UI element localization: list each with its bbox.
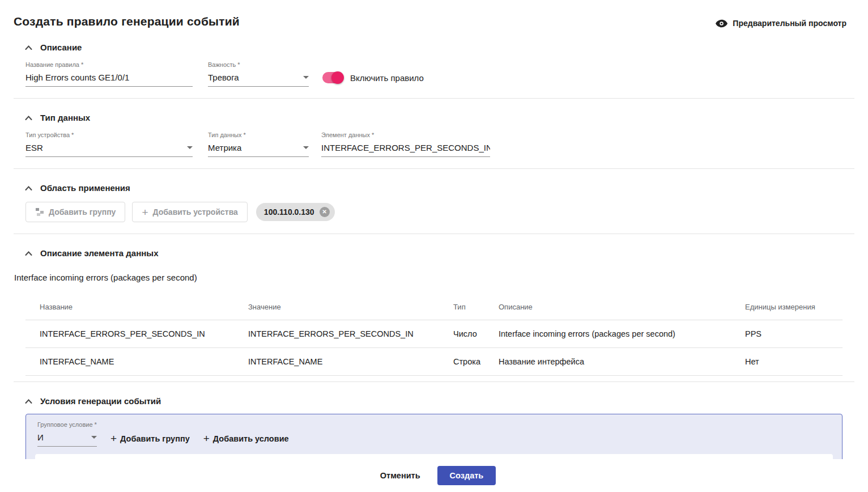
rule-name-field[interactable]: Название правила *: [25, 61, 193, 87]
data-type-fields: Тип устройства * ESR Тип данных * Метрик…: [25, 132, 854, 157]
cell-units: PPS: [745, 320, 843, 348]
col-header-units: Единицы измерения: [745, 295, 843, 320]
section-element-description-header: Описание элемента данных: [25, 234, 854, 258]
group-condition-value: И: [37, 432, 44, 442]
col-header-name: Название: [25, 295, 248, 320]
cancel-button[interactable]: Отменить: [372, 466, 428, 485]
add-condition-group-button[interactable]: + Добавить группу: [110, 433, 190, 447]
data-element-input[interactable]: [321, 143, 490, 157]
chevron-down-icon: [187, 146, 193, 149]
element-summary: Interface incoming errors (packages per …: [14, 273, 854, 282]
table-row: INTERFACE_NAME INTERFACE_NAME Строка Наз…: [25, 348, 843, 376]
chip-close-icon[interactable]: ✕: [320, 207, 330, 217]
scope-controls: Добавить группу + Добавить устройства 10…: [25, 202, 854, 222]
section-element-description: Описание элемента данных Interface incom…: [0, 234, 868, 376]
add-group-label: Добавить группу: [49, 207, 116, 217]
section-conditions-header: Условия генерации событий: [25, 382, 854, 406]
data-element-field[interactable]: Элемент данных *: [321, 132, 490, 157]
cell-name: INTERFACE_NAME: [25, 348, 248, 376]
chevron-down-icon: [91, 436, 97, 439]
add-condition-group-label: Добавить группу: [120, 434, 190, 443]
cell-value: INTERFACE_ERRORS_PER_SECONDS_IN: [248, 320, 453, 348]
col-header-description: Описание: [499, 295, 745, 320]
chevron-down-icon: [303, 146, 309, 149]
cell-units: Нет: [745, 348, 843, 376]
rule-name-input[interactable]: [25, 73, 193, 87]
collapse-icon[interactable]: [25, 251, 32, 256]
data-type-value: Метрика: [208, 143, 241, 152]
data-element-label: Элемент данных *: [321, 132, 490, 138]
topbar: Создать правило генерации событий Предва…: [0, 0, 868, 28]
preview-label: Предварительный просмотр: [733, 19, 846, 28]
data-type-select[interactable]: Тип данных * Метрика: [208, 132, 309, 157]
eye-icon: [716, 19, 727, 28]
page-title: Создать правило генерации событий: [14, 15, 240, 28]
section-description-title: Описание: [40, 43, 82, 52]
cell-type: Число: [453, 320, 499, 348]
chevron-down-icon: [303, 76, 309, 79]
section-data-type: Тип данных Тип устройства * ESR Тип данн…: [0, 99, 868, 157]
section-description-header: Описание: [25, 28, 854, 52]
severity-label: Важность *: [208, 61, 309, 68]
device-chip[interactable]: 100.110.0.130 ✕: [256, 203, 335, 221]
group-condition-select[interactable]: И: [37, 432, 97, 447]
table-header-row: Название Значение Тип Описание Единицы и…: [25, 295, 843, 320]
group-condition-label: Групповое условие *: [37, 421, 833, 428]
cell-description: Interface incoming errors (packages per …: [499, 320, 745, 348]
collapse-icon[interactable]: [25, 186, 32, 190]
section-scope-title: Область применения: [40, 183, 130, 193]
toggle-switch-icon[interactable]: [322, 72, 343, 83]
table-row: INTERFACE_ERRORS_PER_SECONDS_IN INTERFAC…: [25, 320, 843, 348]
footer-actions: Отменить Создать: [0, 459, 868, 492]
create-button[interactable]: Создать: [437, 466, 496, 485]
group-icon: [35, 207, 44, 217]
section-data-type-title: Тип данных: [40, 113, 90, 122]
add-devices-label: Добавить устройства: [153, 207, 238, 217]
section-element-description-title: Описание элемента данных: [40, 248, 158, 258]
section-scope-header: Область применения: [25, 169, 854, 193]
plus-icon: +: [110, 433, 117, 444]
severity-select[interactable]: Важность * Тревога: [208, 61, 309, 87]
data-type-label: Тип данных *: [208, 132, 309, 138]
section-conditions-title: Условия генерации событий: [40, 396, 161, 406]
plus-icon: +: [203, 433, 210, 444]
add-devices-button[interactable]: + Добавить устройства: [132, 202, 247, 222]
preview-button[interactable]: Предварительный просмотр: [716, 15, 846, 28]
device-type-value: ESR: [25, 143, 43, 152]
cell-description: Название интерфейса: [499, 348, 745, 376]
section-data-type-header: Тип данных: [25, 99, 854, 122]
severity-value: Тревога: [208, 73, 239, 82]
collapse-icon[interactable]: [25, 45, 32, 50]
device-chip-label: 100.110.0.130: [264, 207, 314, 217]
enable-rule-toggle[interactable]: Включить правило: [322, 72, 424, 87]
enable-rule-label: Включить правило: [350, 73, 424, 83]
device-type-label: Тип устройства *: [25, 132, 193, 138]
collapse-icon[interactable]: [25, 399, 32, 404]
collapse-icon[interactable]: [25, 116, 32, 120]
section-scope: Область применения Добавить группу + Доб…: [0, 169, 868, 222]
device-type-select[interactable]: Тип устройства * ESR: [25, 132, 193, 157]
col-header-type: Тип: [453, 295, 499, 320]
cell-value: INTERFACE_NAME: [248, 348, 453, 376]
add-group-button[interactable]: Добавить группу: [25, 202, 125, 222]
condition-controls: И + Добавить группу + Добавить условие: [37, 432, 833, 447]
cell-name: INTERFACE_ERRORS_PER_SECONDS_IN: [25, 320, 248, 348]
rule-name-label: Название правила *: [25, 61, 193, 68]
add-condition-label: Добавить условие: [213, 434, 289, 443]
section-description: Описание Название правила * Важность * Т…: [0, 28, 868, 87]
description-fields: Название правила * Важность * Тревога Вк…: [25, 61, 854, 87]
col-header-value: Значение: [248, 295, 453, 320]
cell-type: Строка: [453, 348, 499, 376]
data-element-table: Название Значение Тип Описание Единицы и…: [25, 295, 843, 376]
add-condition-button[interactable]: + Добавить условие: [203, 433, 289, 447]
plus-icon: +: [142, 207, 148, 218]
create-rule-page: Создать правило генерации событий Предва…: [0, 0, 868, 492]
